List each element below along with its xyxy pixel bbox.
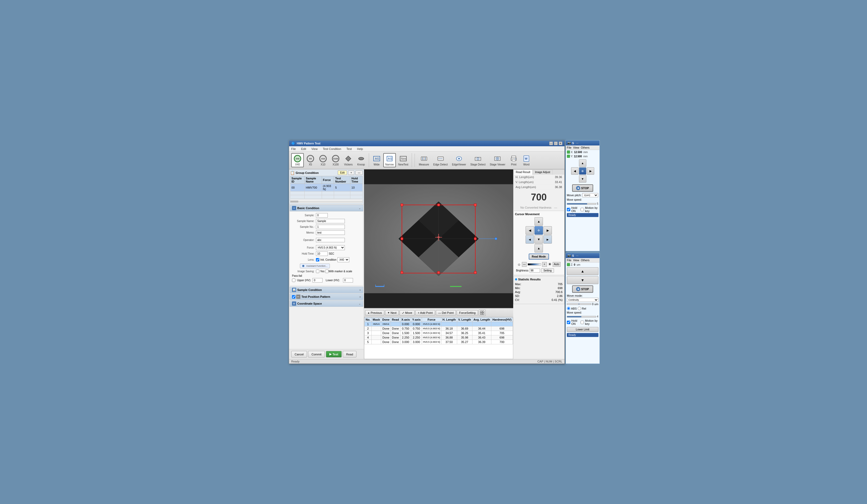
brightness-setting-btn[interactable]: Setting (541, 268, 554, 273)
cursor-prev-right-btn[interactable]: ▶ (544, 235, 552, 244)
narrow-button[interactable]: AG Narrow (383, 153, 396, 167)
xy-left-btn[interactable]: ◀ (571, 167, 578, 175)
maximize-btn[interactable]: □ (554, 141, 558, 145)
assistant-function-btn[interactable]: Assistant Function... (300, 264, 330, 268)
force-setting-button[interactable]: ForceSetting (457, 310, 478, 315)
xy-hold-checkbox[interactable] (567, 208, 570, 211)
xy-motion-key-checkbox[interactable] (580, 208, 584, 211)
menu-file[interactable]: File (290, 147, 297, 150)
cursor-right-btn[interactable]: ▶ (544, 226, 552, 235)
lower-limit-button[interactable]: Lower Limit (567, 327, 598, 332)
edit-button[interactable]: Edit (338, 170, 347, 175)
xy-home-btn[interactable]: ⊕ (579, 167, 586, 175)
lens-vickers-button[interactable]: Vickers (342, 153, 355, 167)
cursor-up2-btn[interactable]: ▲ (535, 244, 543, 253)
menu-view[interactable]: View (310, 147, 319, 150)
xy-file-menu[interactable]: File (567, 146, 571, 149)
word-button[interactable]: W Word (520, 153, 532, 167)
tab-image-adjust[interactable]: Image Adjust (533, 170, 553, 175)
xy-stop-button[interactable]: ⊠ STOP (572, 184, 593, 192)
upper-checkbox[interactable] (292, 279, 296, 282)
close-btn[interactable]: ✕ (559, 141, 563, 145)
xy-others-menu[interactable]: Others (581, 146, 589, 149)
image-saving-marker-checkbox[interactable] (325, 270, 329, 273)
remove-group-button[interactable]: — (355, 170, 363, 175)
previous-button[interactable]: ▲ Previous (365, 310, 384, 315)
coordinate-space-header[interactable]: ⊞ Coordinate Space ⌄ (290, 300, 363, 307)
result-row-1[interactable]: 1 HMV4 HMV4 0.000 0.000 HV0.5 (4.903 N) (365, 322, 513, 326)
result-row-5[interactable]: 5 Done Done 3.000 3.000 HV0.5 (4.903 N) … (365, 340, 513, 344)
test-button[interactable]: ▶ Test (326, 351, 342, 357)
brightness-plus-btn[interactable]: + (542, 262, 547, 267)
measure-button[interactable]: Measure (417, 153, 431, 167)
z-view-menu[interactable]: View (573, 259, 579, 262)
lens-init-checkbox[interactable] (316, 258, 319, 261)
read-mode-button[interactable]: Read Mode (529, 254, 549, 260)
brightness-input[interactable] (529, 269, 540, 272)
z-file-menu[interactable]: File (567, 259, 571, 262)
upper-input[interactable] (312, 278, 322, 282)
cursor-prev-left-btn[interactable]: ◀ (526, 235, 534, 244)
grid-view-button[interactable] (479, 310, 485, 316)
operator-input[interactable] (316, 238, 345, 242)
lens-select[interactable]: X40 (338, 257, 349, 262)
z-motion-key-checkbox[interactable] (580, 321, 584, 324)
z-rel-radio[interactable] (578, 307, 581, 310)
test-position-checkbox[interactable] (292, 295, 296, 299)
z-others-menu[interactable]: Others (581, 259, 589, 262)
lens-x40-button[interactable]: X40 X40 (291, 153, 304, 167)
cursor-center-btn[interactable]: ✛ (535, 226, 543, 235)
cursor-left-btn[interactable]: ◀ (526, 226, 534, 235)
edge-viewer-button[interactable]: EdgeViewer (450, 153, 468, 167)
lower-input[interactable] (343, 278, 353, 282)
del-point-button[interactable]: — Del Point (436, 310, 456, 315)
stage-viewer-button[interactable]: Stage Viewer (488, 153, 507, 167)
new-test-button[interactable]: New NewTest (396, 153, 410, 167)
lens-x5-button[interactable]: X5 X5 (304, 153, 317, 167)
sample-condition-header[interactable]: 📊 Sample Condition » (290, 287, 363, 293)
z-mode-select[interactable]: Continuity (567, 298, 598, 302)
xy-speed-slider[interactable] (567, 203, 596, 205)
cancel-button[interactable]: Cancel (291, 351, 307, 357)
sample-name-input[interactable] (316, 219, 345, 223)
xy-pitch-select[interactable]: 1(um) (582, 193, 598, 197)
lens-x100-button[interactable]: X100 X100 (330, 153, 342, 167)
force-select[interactable]: HV0.5 (4.903 N) (316, 245, 345, 250)
sample-input[interactable] (316, 213, 328, 217)
next-button[interactable]: ▼ Next (385, 310, 399, 315)
z-up-button[interactable]: ▲ (567, 267, 598, 275)
add-group-button[interactable]: + (348, 170, 354, 175)
wide-button[interactable]: AG Wide (371, 153, 383, 167)
xy-down-btn[interactable]: ▼ (579, 175, 586, 183)
z-stop-button[interactable]: ⊠ STOP (572, 286, 593, 293)
z-speed-slider[interactable] (567, 316, 596, 318)
tab-read-result[interactable]: Read Result (513, 170, 533, 175)
auto-brightness-btn[interactable]: Auto (553, 262, 560, 267)
menu-test[interactable]: Test (345, 147, 353, 150)
xy-up-btn[interactable]: ▲ (579, 159, 586, 167)
xy-right-btn[interactable]: ▶ (587, 167, 594, 175)
edge-detect-button[interactable]: Edge Detect (431, 153, 450, 167)
z-abs-radio[interactable] (567, 307, 570, 310)
hold-time-input[interactable] (316, 251, 328, 256)
sample-no-input[interactable] (316, 225, 345, 229)
read-button[interactable]: Read (343, 351, 356, 357)
image-saving-yes-checkbox[interactable] (316, 270, 319, 273)
menu-edit[interactable]: Edit (300, 147, 307, 150)
menu-test-condition[interactable]: Test Condition (322, 147, 342, 150)
brightness-minus-btn[interactable]: — (522, 262, 527, 267)
move-button[interactable]: ⤢ Move (399, 310, 415, 316)
cursor-up-btn[interactable]: ▲ (535, 217, 543, 226)
lens-knoop-button[interactable]: Knoop (355, 153, 367, 167)
lens-x10-button[interactable]: X10 X10 (317, 153, 329, 167)
basic-condition-header[interactable]: ≡ Basic Condition ⌄ (290, 205, 363, 211)
test-position-pattern-header[interactable]: ✏ Test Position Pattern » (290, 293, 363, 300)
xy-view-menu[interactable]: View (573, 146, 579, 149)
menu-help[interactable]: Help (356, 147, 364, 150)
z-hold-checkbox[interactable] (567, 321, 570, 324)
result-row-2[interactable]: 2 Done Done 0.750 0.750 HV0.5 (4.903 N) … (365, 326, 513, 331)
print-button[interactable]: Print (508, 153, 520, 167)
minimize-btn[interactable]: — (549, 141, 553, 145)
z-down-button[interactable]: ▼ (567, 276, 598, 284)
stage-detect-button[interactable]: Stage Detect (469, 153, 488, 167)
